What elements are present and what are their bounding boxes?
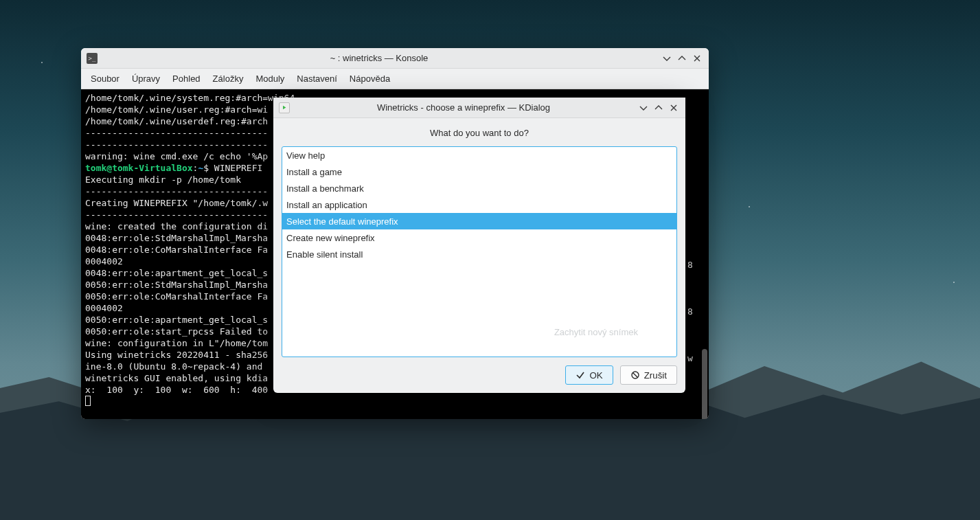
ghost-capture-text: Zachytit nový snímek	[554, 327, 638, 337]
minimize-button[interactable]	[662, 54, 672, 63]
konsole-title: ~ : winetricks — Konsole	[103, 53, 655, 63]
desktop-wallpaper: ~ : winetricks — Konsole Soubor Úpravy P…	[0, 0, 980, 520]
media-play-icon	[279, 102, 290, 113]
list-item[interactable]: Select the default wineprefix	[282, 213, 676, 229]
kdialog-window: Winetricks - choose a wineprefix — KDial…	[273, 98, 685, 393]
terminal-icon	[87, 53, 98, 64]
close-button[interactable]	[692, 54, 702, 63]
konsole-titlebar[interactable]: ~ : winetricks — Konsole	[81, 48, 709, 69]
menu-upravy[interactable]: Úpravy	[132, 74, 160, 84]
maximize-button[interactable]	[654, 103, 663, 113]
check-icon	[576, 370, 585, 380]
ok-label: OK	[589, 370, 602, 381]
close-button[interactable]	[669, 103, 679, 113]
menu-napoveda[interactable]: Nápověda	[350, 74, 390, 84]
menu-soubor[interactable]: Soubor	[91, 74, 119, 84]
list-item[interactable]: Install an application	[282, 196, 676, 213]
list-item[interactable]: Enable silent install	[282, 246, 676, 262]
list-item[interactable]: Install a game	[282, 163, 676, 180]
menu-nastaveni[interactable]: Nastavení	[297, 74, 337, 84]
konsole-menubar: Soubor Úpravy Pohled Záložky Moduly Nast…	[81, 69, 709, 89]
cancel-label: Zrušit	[644, 370, 667, 381]
kdialog-title: Winetricks - choose a wineprefix — KDial…	[295, 102, 632, 113]
dialog-question: What do you want to do?	[282, 128, 677, 138]
list-item[interactable]: Create new wineprefix	[282, 229, 676, 246]
menu-zalozky[interactable]: Záložky	[213, 74, 244, 84]
minimize-button[interactable]	[639, 103, 648, 113]
menu-pohled[interactable]: Pohled	[172, 74, 200, 84]
list-item[interactable]: Install a benchmark	[282, 180, 676, 196]
kdialog-titlebar[interactable]: Winetricks - choose a wineprefix — KDial…	[273, 98, 685, 118]
cancel-icon	[630, 370, 640, 380]
menu-moduly[interactable]: Moduly	[255, 74, 284, 84]
cancel-button[interactable]: Zrušit	[620, 365, 677, 385]
maximize-button[interactable]	[677, 54, 687, 63]
terminal-scrollbar[interactable]	[702, 349, 707, 419]
wineprefix-listbox[interactable]: View helpInstall a gameInstall a benchma…	[282, 146, 677, 357]
ok-button[interactable]: OK	[565, 365, 613, 385]
list-item[interactable]: View help	[282, 147, 676, 163]
